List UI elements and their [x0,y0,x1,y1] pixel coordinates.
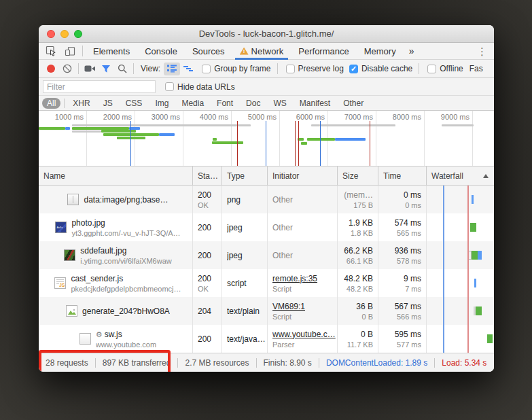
waterfall-bar [487,334,493,343]
tab-console[interactable]: Console [137,43,185,60]
type-filter-all[interactable]: All [42,98,60,109]
timeline-gridline [472,111,473,166]
column-header-status[interactable]: Sta… [193,167,222,185]
column-header-name[interactable]: Name [39,167,193,185]
type-filter-media[interactable]: Media [177,98,209,109]
load-event-marker [298,121,299,166]
column-header-time[interactable]: Time [378,167,427,185]
window-title: DevTools - luck-bacon-1.glitch.me/ [39,29,494,39]
network-toolbar: View: Group by frame [39,60,494,78]
type-filter-doc[interactable]: Doc [241,98,265,109]
request-row-sddefault-jpg[interactable]: sddefault.jpgi.ytimg.com/vi/6lfaiXM6waw … [39,241,494,269]
service-worker-gear-icon: ⚙ [96,330,103,338]
search-icon[interactable] [114,61,130,76]
offline-label[interactable]: Offline [440,64,463,73]
waterfall-cell[interactable] [427,269,494,297]
load-event-marker [467,241,469,269]
hide-data-urls-label[interactable]: Hide data URLs [177,82,235,92]
preserve-log-checkbox[interactable] [286,65,295,73]
waterfall-bar [470,223,476,232]
timeline-tick-label: 2000 ms [103,113,135,121]
more-tabs-chevron-icon[interactable]: » [404,46,420,56]
type-filter-img[interactable]: Img [150,98,173,109]
load-event-marker [295,121,296,166]
clear-button[interactable] [59,61,75,76]
overview-request-bar [213,138,217,141]
large-request-rows-toggle[interactable] [164,63,180,75]
record-button[interactable] [43,61,59,76]
show-overview-toggle[interactable] [180,63,196,75]
type-filter-other[interactable]: Other [338,98,368,109]
hide-data-urls-checkbox[interactable] [165,82,174,91]
requests-table-header: Name Sta… Type Initiator Size Time Water… [39,167,494,186]
type-filter-css[interactable]: CSS [121,98,147,109]
resources-size: 2.7 MB resources [178,358,255,368]
tab-elements[interactable]: Elements [86,43,137,60]
timeline-gridline [424,111,425,166]
request-row-data-image[interactable]: data:image/png;base… 200OK png Other (me… [39,186,494,213]
disable-cache-label[interactable]: Disable cache [361,64,412,73]
type-filter-manifest[interactable]: Manifest [295,98,335,109]
timeline-tick-label: 4000 ms [200,113,231,121]
domcontentloaded-marker [130,121,131,166]
waterfall-cell[interactable] [427,297,494,325]
tab-network[interactable]: Network [232,43,291,60]
desktop-background: DevTools - luck-bacon-1.glitch.me/ Eleme… [0,0,532,420]
timeline-tick-label: 9000 ms [441,113,472,121]
load-time: Load: 5.34 s [435,358,493,368]
capture-screenshots-icon[interactable] [82,61,98,76]
column-header-type[interactable]: Type [222,167,268,185]
throttling-dropdown[interactable]: Fas [469,64,483,73]
request-row-cast-sender-js[interactable]: JS cast_sender.jspkedcjkdefgpdelpbcmbmeo… [39,269,494,297]
image-thumbnail-icon [55,222,67,233]
overview-request-bar [307,138,335,141]
domcontentloaded-marker [443,297,444,325]
waterfall-bar [474,279,476,287]
load-event-marker [467,186,469,213]
filter-funnel-icon[interactable] [98,61,114,76]
waterfall-cell[interactable] [427,186,494,213]
filter-input[interactable] [43,80,156,93]
request-row-sw-js[interactable]: ⚙sw.jswww.youtube.com 200 text/java… www… [39,325,494,353]
type-filter-font[interactable]: Font [212,98,238,109]
group-by-frame-label[interactable]: Group by frame [214,64,270,73]
timeline-tick-label: 7000 ms [344,113,376,121]
offline-checkbox[interactable] [427,65,436,73]
preserve-log-label[interactable]: Preserve log [298,64,344,73]
request-row-photo-jpg[interactable]: photo.jpgyt3.ggpht.com/-vu_v-hJT-3Q/A… 2… [39,213,494,241]
titlebar[interactable]: DevTools - luck-bacon-1.glitch.me/ [39,25,494,43]
tab-performance[interactable]: Performance [291,43,356,60]
domcontentloaded-marker [443,269,444,297]
load-event-marker [237,121,238,166]
domcontentloaded-marker [443,186,444,213]
timeline-tick-label: 6000 ms [296,113,327,121]
column-header-waterfall[interactable]: Waterfall [427,167,494,185]
waterfall-cell[interactable] [427,241,494,269]
overview-request-bar [72,124,251,126]
group-by-frame-checkbox[interactable] [202,65,211,73]
overview-request-bar [212,141,243,144]
initiator-link[interactable]: remote.js:35 [272,274,337,283]
network-overview-timeline[interactable]: 1000 ms2000 ms3000 ms4000 ms5000 ms6000 … [39,111,494,167]
initiator-link[interactable]: www.youtube.c… [272,330,337,339]
type-filter-ws[interactable]: WS [268,98,291,109]
inspect-element-icon[interactable] [41,43,60,59]
column-header-initiator[interactable]: Initiator [268,167,338,185]
waterfall-cell[interactable] [427,325,494,353]
tab-sources[interactable]: Sources [185,43,232,60]
waterfall-bar [472,195,474,204]
overview-request-bar [117,137,145,139]
devtools-menu-icon[interactable]: ⋮ [477,46,487,56]
device-toolbar-icon[interactable] [60,43,79,59]
type-filter-js[interactable]: JS [99,98,118,109]
overview-request-bar [442,124,474,126]
tab-memory[interactable]: Memory [357,43,404,60]
initiator-link[interactable]: VM689:1 [272,302,337,311]
type-filter-xhr[interactable]: XHR [68,98,94,109]
waterfall-bar [478,251,482,260]
disable-cache-checkbox[interactable] [349,65,358,73]
column-header-size[interactable]: Size [338,167,378,185]
domcontentloaded-marker [266,121,266,166]
waterfall-cell[interactable] [427,213,494,241]
request-row-generate-204[interactable]: generate_204?bHwO8A 204 text/plain VM689… [39,297,494,325]
